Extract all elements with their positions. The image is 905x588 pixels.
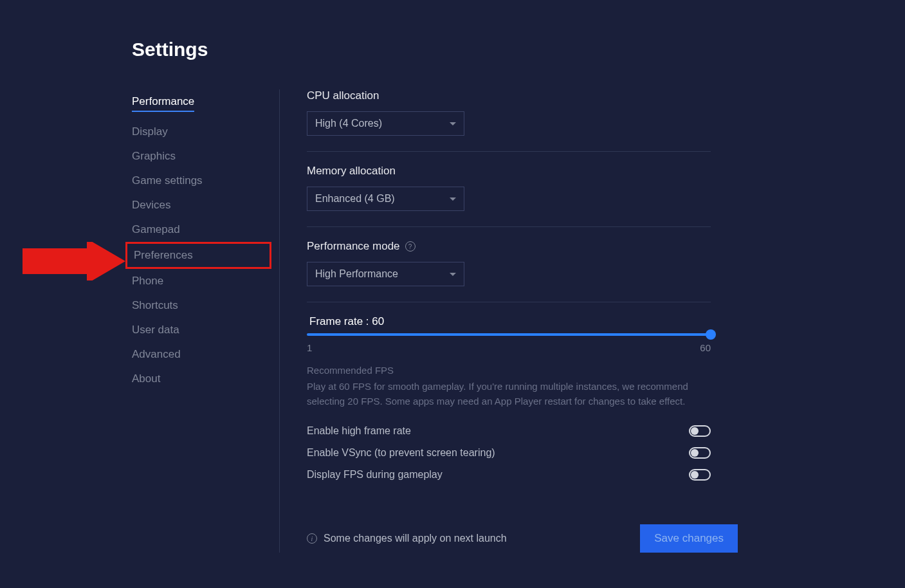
sidebar-item-about[interactable]: About [132,367,266,391]
cpu-allocation-label: CPU allocation [307,89,711,102]
sidebar-item-performance[interactable]: Performance [132,89,194,112]
high-frame-rate-label: Enable high frame rate [307,425,411,437]
divider [307,151,711,152]
frame-rate-max: 60 [700,342,711,353]
sidebar-item-graphics[interactable]: Graphics [132,144,266,169]
vsync-label: Enable VSync (to prevent screen tearing) [307,447,495,459]
vsync-toggle[interactable] [689,447,711,459]
save-changes-button[interactable]: Save changes [640,524,738,553]
help-icon[interactable]: ? [405,241,416,252]
high-frame-rate-toggle[interactable] [689,425,711,437]
recommended-fps-title: Recommended FPS [307,365,711,376]
memory-allocation-select[interactable]: Enhanced (4 GB) [307,187,464,211]
sidebar-item-devices[interactable]: Devices [132,193,266,217]
chevron-down-icon [450,122,456,125]
divider [307,302,711,302]
recommended-fps-text: Play at 60 FPS for smooth gameplay. If y… [307,380,711,409]
frame-rate-min: 1 [307,342,312,353]
sidebar-item-gamepad[interactable]: Gamepad [132,217,266,242]
memory-allocation-label: Memory allocation [307,165,711,178]
slider-thumb[interactable] [706,329,716,340]
chevron-down-icon [450,273,456,276]
performance-mode-select[interactable]: High Performance [307,262,464,286]
toggle-knob [691,427,699,435]
frame-rate-label: Frame rate : 60 [309,315,711,328]
toggle-knob [691,449,699,457]
cpu-allocation-value: High (4 Cores) [315,118,382,129]
page-title: Settings [132,39,905,60]
footer-note: i Some changes will apply on next launch [307,533,507,544]
sidebar-item-game-settings[interactable]: Game settings [132,169,266,193]
chevron-down-icon [450,198,456,201]
sidebar-item-shortcuts[interactable]: Shortcuts [132,293,266,318]
sidebar-item-phone[interactable]: Phone [132,269,266,293]
performance-mode-label: Performance mode ? [307,240,711,253]
toggle-knob [691,471,699,479]
content-area: CPU allocation High (4 Cores) Memory all… [280,89,711,553]
sidebar: Performance Display Graphics Game settin… [132,89,280,553]
divider [307,226,711,227]
svg-marker-0 [23,242,125,280]
performance-mode-value: High Performance [315,268,398,280]
footer-note-text: Some changes will apply on next launch [324,533,507,544]
performance-mode-label-text: Performance mode [307,240,400,253]
cpu-allocation-select[interactable]: High (4 Cores) [307,111,464,136]
memory-allocation-value: Enhanced (4 GB) [315,193,395,205]
display-fps-toggle[interactable] [689,469,711,481]
arrow-annotation [23,242,125,280]
frame-rate-slider[interactable] [307,333,711,336]
display-fps-label: Display FPS during gameplay [307,469,443,481]
info-icon: i [307,533,317,544]
sidebar-item-preferences[interactable]: Preferences [125,242,271,269]
sidebar-item-advanced[interactable]: Advanced [132,342,266,367]
sidebar-item-display[interactable]: Display [132,120,266,144]
sidebar-item-user-data[interactable]: User data [132,318,266,342]
